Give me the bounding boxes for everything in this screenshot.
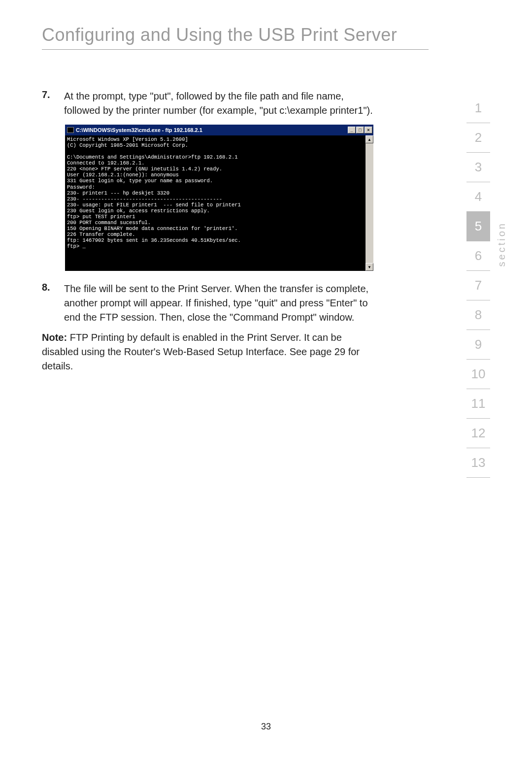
section-item-11: 11	[466, 389, 490, 419]
section-item-4: 4	[466, 182, 490, 212]
command-prompt-screenshot: C:\WINDOWS\System32\cmd.exe - ftp 192.16…	[64, 124, 374, 272]
title-rule	[42, 49, 429, 50]
scrollbar: ▲ ▼	[366, 135, 373, 271]
main-content: 7. At the prompt, type "put", followed b…	[42, 89, 379, 373]
cmd-output: Microsoft Windows XP [Version 5.1.2600] …	[65, 135, 366, 271]
page-title: Configuring and Using the USB Print Serv…	[42, 25, 532, 45]
step-7: 7. At the prompt, type "put", followed b…	[42, 89, 379, 118]
step-text: At the prompt, type "put", followed by t…	[64, 89, 379, 118]
section-item-5: 5	[466, 212, 490, 241]
section-nav: 12345678910111213	[466, 94, 490, 478]
section-item-9: 9	[466, 330, 490, 360]
scroll-up-icon: ▲	[366, 135, 373, 143]
step-number: 8.	[42, 282, 64, 325]
section-item-1: 1	[466, 94, 490, 123]
cmd-title: C:\WINDOWS\System32\cmd.exe - ftp 192.16…	[76, 127, 202, 133]
section-item-7: 7	[466, 271, 490, 300]
cmd-icon	[67, 127, 74, 133]
step-number: 7.	[42, 89, 64, 118]
note: Note: FTP Printing by default is enabled…	[42, 330, 379, 373]
section-item-3: 3	[466, 153, 490, 182]
note-text: FTP Printing by default is enabled in th…	[42, 332, 360, 371]
window-controls: _ □ ×	[348, 127, 372, 133]
section-item-12: 12	[466, 419, 490, 448]
step-8: 8. The file will be sent to the Print Se…	[42, 282, 379, 325]
section-item-10: 10	[466, 360, 490, 389]
section-item-13: 13	[466, 448, 490, 478]
section-label: section	[496, 222, 507, 266]
note-label: Note:	[42, 332, 67, 343]
section-item-6: 6	[466, 241, 490, 271]
close-button: ×	[365, 127, 372, 133]
section-item-8: 8	[466, 300, 490, 330]
page-number: 33	[261, 722, 271, 732]
section-item-2: 2	[466, 123, 490, 153]
step-text: The file will be sent to the Print Serve…	[64, 282, 379, 325]
maximize-button: □	[356, 127, 364, 133]
scroll-down-icon: ▼	[366, 263, 373, 271]
cmd-titlebar: C:\WINDOWS\System32\cmd.exe - ftp 192.16…	[65, 125, 373, 135]
minimize-button: _	[348, 127, 356, 133]
